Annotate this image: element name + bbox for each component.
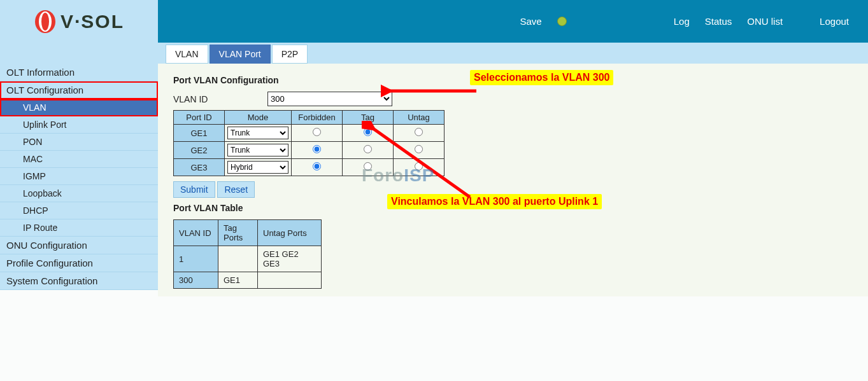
radio-ge1-untag[interactable] xyxy=(415,128,423,136)
vlan-table-col-untag: Untag Ports xyxy=(258,220,322,246)
sidebar-item-igmp[interactable]: IGMP xyxy=(0,168,158,185)
vlan-table: VLAN ID Tag Ports Untag Ports 1 GE1 GE2 … xyxy=(173,219,322,289)
col-untag: Untag xyxy=(394,111,445,125)
header-bar: Save Log Status ONU list Logout xyxy=(158,0,868,43)
vlan-row-tag: GE1 xyxy=(218,272,258,289)
sidebar-item-dhcp[interactable]: DHCP xyxy=(0,202,158,219)
mode-select-ge1[interactable]: Trunk xyxy=(227,127,288,139)
log-link[interactable]: Log xyxy=(674,16,690,27)
sidebar-item-vlan[interactable]: VLAN xyxy=(0,99,158,116)
table-row: 1 GE1 GE2 GE3 xyxy=(174,246,322,272)
vlan-row-untag: GE1 GE2 GE3 xyxy=(258,246,322,272)
vlan-row-id: 1 xyxy=(174,246,218,272)
reset-button[interactable]: Reset xyxy=(217,181,255,198)
vlan-id-select[interactable]: 300 xyxy=(267,92,392,106)
sidebar-item-pon[interactable]: PON xyxy=(0,134,158,151)
status-link[interactable]: Status xyxy=(705,16,732,27)
radio-ge1-forbidden[interactable] xyxy=(313,128,321,136)
content-area: Port VLAN Configuration VLAN ID 300 Port… xyxy=(158,64,868,296)
annotation-2: Vinculamos la VLAN 300 al puerto Uplink … xyxy=(387,194,602,209)
sidebar-item-iproute[interactable]: IP Route xyxy=(0,219,158,237)
tab-strip: VLAN VLAN Port P2P xyxy=(158,43,868,64)
table-row: GE2 Trunk xyxy=(174,142,445,159)
logo-area: V·SOL xyxy=(0,0,158,43)
vlan-row-id: 300 xyxy=(174,272,218,289)
onulist-link[interactable]: ONU list xyxy=(747,16,783,27)
sidebar-item-olt-information[interactable]: OLT Information xyxy=(0,64,158,81)
table-row: GE1 Trunk xyxy=(174,125,445,142)
submit-button[interactable]: Submit xyxy=(173,181,215,198)
save-link[interactable]: Save xyxy=(520,16,542,27)
status-indicator-icon xyxy=(557,17,567,26)
sidebar-item-onu-configuration[interactable]: ONU Configuration xyxy=(0,237,158,254)
vlan-table-col-vlan: VLAN ID xyxy=(174,220,218,246)
svg-point-2 xyxy=(41,13,49,31)
radio-ge2-tag[interactable] xyxy=(364,145,372,153)
sidebar-item-profile-configuration[interactable]: Profile Configuration xyxy=(0,254,158,272)
sidebar-item-uplink-port[interactable]: Uplink Port xyxy=(0,116,158,134)
vlan-row-tag xyxy=(218,246,258,272)
sidebar-item-loopback[interactable]: Loopback xyxy=(0,185,158,202)
tab-vlan-port[interactable]: VLAN Port xyxy=(210,45,271,64)
radio-ge2-untag[interactable] xyxy=(415,145,423,153)
table-row: 300 GE1 xyxy=(174,272,322,289)
radio-ge2-forbidden[interactable] xyxy=(313,145,321,153)
sidebar-item-olt-configuration[interactable]: OLT Configuration xyxy=(0,81,158,99)
col-port: Port ID xyxy=(174,111,225,125)
vlan-id-label: VLAN ID xyxy=(173,94,267,104)
logo-icon xyxy=(34,9,57,34)
vlan-row-untag xyxy=(258,272,322,289)
annotation-1: Seleccionamos la VLAN 300 xyxy=(470,70,613,85)
port-ge3: GE3 xyxy=(174,159,225,176)
port-ge2: GE2 xyxy=(174,142,225,159)
col-tag: Tag xyxy=(343,111,394,125)
sidebar: OLT Information OLT Configuration VLAN U… xyxy=(0,64,158,290)
sidebar-item-system-configuration[interactable]: System Configuration xyxy=(0,272,158,290)
mode-select-ge2[interactable]: Trunk xyxy=(227,144,288,156)
vlan-table-col-tag: Tag Ports xyxy=(218,220,258,246)
logout-link[interactable]: Logout xyxy=(820,16,849,27)
mode-select-ge3[interactable]: Hybrid xyxy=(227,161,288,174)
brand-logo: V·SOL xyxy=(34,9,124,34)
tab-vlan[interactable]: VLAN xyxy=(166,45,208,64)
tab-p2p[interactable]: P2P xyxy=(272,45,308,64)
col-mode: Mode xyxy=(225,111,292,125)
port-ge1: GE1 xyxy=(174,125,225,142)
col-forbidden: Forbidden xyxy=(292,111,343,125)
radio-ge3-forbidden[interactable] xyxy=(313,162,321,170)
watermark: ForoISP xyxy=(362,165,434,186)
sidebar-item-mac[interactable]: MAC xyxy=(0,151,158,168)
radio-ge1-tag[interactable] xyxy=(364,128,372,136)
